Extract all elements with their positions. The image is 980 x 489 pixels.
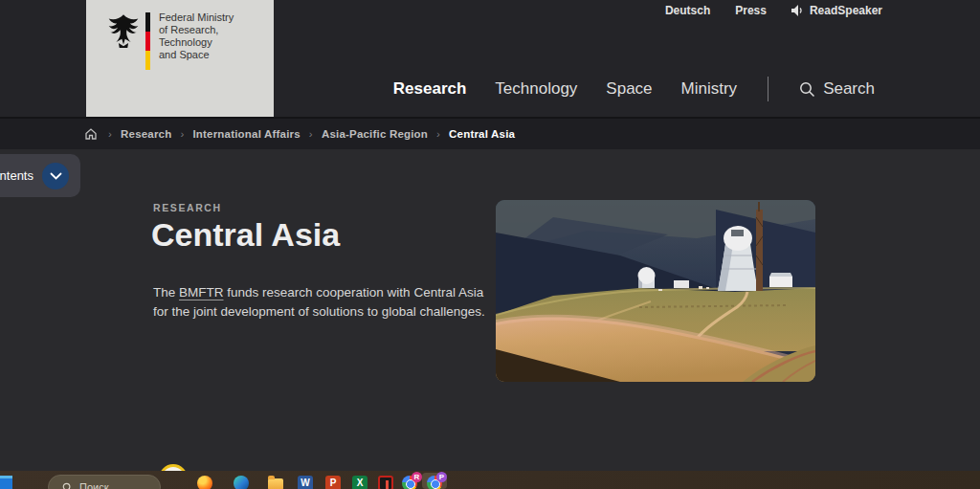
- nav-research[interactable]: Research: [393, 79, 467, 99]
- contents-button[interactable]: Contents: [0, 154, 80, 197]
- nav-space[interactable]: Space: [606, 79, 652, 99]
- browser-flame-icon[interactable]: [197, 476, 212, 489]
- central-asia-observatory-photo: [496, 200, 815, 382]
- taskbar-search-placeholder: Поиск: [79, 481, 108, 489]
- breadcrumb-separator: ›: [309, 128, 313, 140]
- observatory-landscape-illustration: [496, 200, 815, 382]
- breadcrumb-international-affairs[interactable]: International Affairs: [192, 128, 300, 140]
- profile-badge-r: R: [412, 472, 422, 482]
- taskbar-search-icon: [62, 482, 73, 489]
- press-link[interactable]: Press: [735, 4, 767, 17]
- taskbar-search-box[interactable]: Поиск: [48, 475, 161, 489]
- nav-divider: [768, 77, 768, 101]
- page-title: Central Asia: [151, 216, 340, 254]
- federal-eagle-icon: [107, 11, 140, 52]
- ministry-name: Federal Ministry of Research, Technology…: [159, 11, 274, 61]
- word-icon[interactable]: W: [298, 476, 313, 489]
- nav-ministry[interactable]: Ministry: [681, 79, 738, 99]
- primary-navigation: Research Technology Space Ministry Searc…: [393, 77, 875, 101]
- breadcrumb-asia-pacific-region[interactable]: Asia-Pacific Region: [322, 128, 428, 140]
- file-explorer-icon[interactable]: [268, 476, 283, 489]
- bmftr-central-asia-page: Federal Ministry of Research, Technology…: [0, 0, 980, 489]
- bmftr-link[interactable]: BMFTR: [179, 285, 224, 300]
- section-eyebrow: RESEARCH: [153, 202, 222, 213]
- home-icon[interactable]: [84, 127, 98, 141]
- utility-links: Deutsch Press ReadSpeaker: [665, 4, 882, 17]
- breadcrumb-separator: ›: [436, 128, 440, 140]
- breadcrumb-separator: ›: [180, 128, 184, 140]
- intro-prefix: The: [153, 285, 179, 300]
- search-icon: [799, 81, 815, 98]
- speaker-icon: [791, 5, 804, 16]
- edge-browser-icon[interactable]: [234, 476, 249, 489]
- search-label: Search: [823, 79, 875, 99]
- site-header: Federal Ministry of Research, Technology…: [0, 0, 980, 117]
- taskbar-pinned-app-fragment[interactable]: [0, 476, 12, 489]
- german-flag-stripe: [145, 12, 150, 70]
- search-button[interactable]: Search: [799, 79, 875, 99]
- ministry-logo[interactable]: Federal Ministry of Research, Technology…: [86, 0, 274, 117]
- readspeaker-label: ReadSpeaker: [810, 4, 882, 17]
- red-app-icon[interactable]: [378, 476, 393, 489]
- chrome-profile-p-icon[interactable]: P: [427, 476, 442, 489]
- breadcrumb-separator: ›: [108, 128, 112, 140]
- breadcrumb-research[interactable]: Research: [121, 128, 171, 140]
- contents-expand-circle[interactable]: [42, 163, 69, 189]
- chevron-down-icon: [50, 172, 62, 180]
- breadcrumb-central-asia: Central Asia: [449, 128, 515, 140]
- nav-technology[interactable]: Technology: [495, 79, 577, 99]
- intro-paragraph: The BMFTR funds research cooperation wit…: [153, 283, 486, 322]
- language-toggle-deutsch[interactable]: Deutsch: [665, 4, 710, 17]
- profile-badge-p: P: [436, 472, 447, 482]
- breadcrumb: › Research › International Affairs › Asi…: [0, 117, 980, 149]
- chrome-profile-r-icon[interactable]: R: [402, 476, 417, 489]
- readspeaker-link[interactable]: ReadSpeaker: [791, 4, 882, 17]
- contents-label: Contents: [0, 168, 33, 183]
- powerpoint-icon[interactable]: P: [325, 476, 341, 489]
- excel-icon[interactable]: X: [352, 476, 368, 489]
- windows-taskbar: Поиск ENG 07:43: [0, 471, 980, 489]
